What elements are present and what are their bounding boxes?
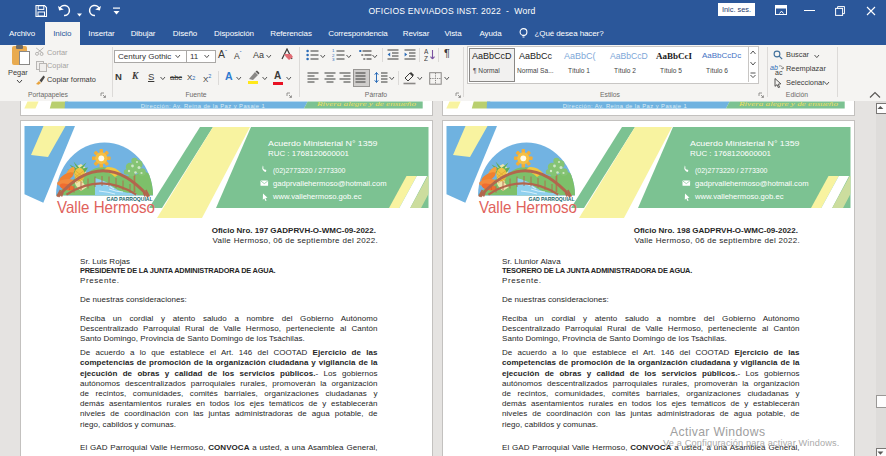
svg-text:ac: ac [775, 69, 783, 75]
svg-text:3: 3 [332, 57, 335, 61]
svg-text:Z: Z [424, 55, 428, 62]
svg-text:A: A [424, 48, 429, 55]
